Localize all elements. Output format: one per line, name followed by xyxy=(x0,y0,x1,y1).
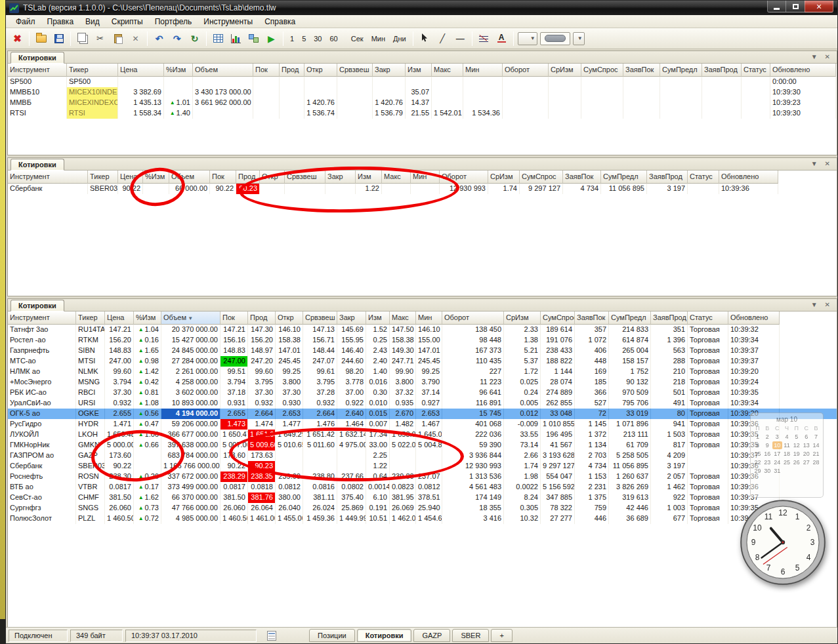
column-header-2[interactable]: Цена xyxy=(118,171,143,184)
calendar-day[interactable]: 3 xyxy=(772,433,782,441)
table-row[interactable]: ЛУКОЙЛLKOH1 650.48▲1.06366 677 000.001 6… xyxy=(8,430,837,440)
calendar-day[interactable]: 13 xyxy=(801,441,811,449)
calendar-day[interactable]: 21 xyxy=(811,450,821,458)
panel-menu-icon[interactable]: ▼ xyxy=(808,301,820,308)
column-header-9[interactable]: Закр xyxy=(337,312,366,325)
line-tool-button[interactable]: ╱ xyxy=(434,30,451,47)
panel-close-icon[interactable]: ✕ xyxy=(822,301,833,308)
interval-30-button[interactable]: 30 xyxy=(310,32,325,45)
column-header-3[interactable]: %Изм xyxy=(143,171,169,184)
column-header-1[interactable]: Тикер xyxy=(67,64,118,77)
menu-item-6[interactable]: Справка xyxy=(259,16,301,28)
column-header-13[interactable]: Оборот xyxy=(503,64,549,77)
calendar-day[interactable]: 18 xyxy=(782,450,792,458)
column-header-6[interactable]: Прод xyxy=(236,171,260,184)
panel-tab-kotirovki[interactable]: Котировки xyxy=(10,300,64,312)
column-header-2[interactable]: Цена xyxy=(105,312,134,325)
calendar-day[interactable]: 2 xyxy=(763,433,772,441)
column-header-2[interactable]: Цена xyxy=(118,64,164,77)
menu-item-4[interactable]: Портфель xyxy=(149,16,198,28)
column-header-20[interactable]: Обновлено xyxy=(719,171,778,184)
column-header-1[interactable]: Тикер xyxy=(76,312,105,325)
menu-item-5[interactable]: Инструменты xyxy=(198,16,259,28)
panel-close-icon[interactable]: ✕ xyxy=(822,160,833,167)
calendar-day[interactable]: 26 xyxy=(791,458,801,466)
column-header-12[interactable]: Мин xyxy=(411,171,440,184)
menu-item-3[interactable]: Скрипты xyxy=(106,16,149,28)
calendar-day[interactable]: 27 xyxy=(801,458,811,466)
calendar-day[interactable]: 31 xyxy=(772,467,782,475)
period-2-button[interactable]: Дни xyxy=(390,32,409,45)
calendar-day[interactable]: 6 xyxy=(801,433,811,441)
hline-tool-button[interactable]: — xyxy=(452,30,469,47)
calendar-day[interactable]: 8 xyxy=(753,441,763,449)
column-header-14[interactable]: СрИзм xyxy=(488,171,520,184)
panel-close-icon[interactable]: ✕ xyxy=(822,53,833,60)
column-header-16[interactable]: ЗаявПок xyxy=(623,64,660,77)
column-header-17[interactable]: СумПредл xyxy=(609,312,651,325)
calendar-day[interactable]: 23 xyxy=(763,458,772,466)
table-row[interactable]: ГАЗПРОМ аоGAZP173.60683 784 000.00173.60… xyxy=(8,451,837,461)
text-tool-button[interactable]: A xyxy=(493,30,510,47)
table-row[interactable]: RTSIRTSI1 558.34▲1.401 536.741 536.7921.… xyxy=(8,108,837,119)
column-header-11[interactable]: Макс xyxy=(432,64,463,77)
column-header-20[interactable]: Обновлено xyxy=(770,64,836,77)
column-header-7[interactable]: Откр xyxy=(276,312,303,325)
style-dropdown[interactable]: ▼ xyxy=(518,32,537,45)
calendar-day[interactable]: 10 xyxy=(772,441,782,449)
paste-button[interactable] xyxy=(110,30,126,47)
calendar-day[interactable] xyxy=(791,467,801,475)
clear-button[interactable]: ✕ xyxy=(127,30,144,47)
calendar-day[interactable]: 30 xyxy=(763,467,772,475)
table-row[interactable]: Ростел -аоRTKM156.20▲0.1615 427 000.0015… xyxy=(8,335,837,346)
calendar-day[interactable] xyxy=(782,467,792,475)
column-header-9[interactable]: Закр xyxy=(325,171,356,184)
table-row[interactable]: ВТБ аоVTBR0.0817▲0.17373 499 000.000.081… xyxy=(8,482,837,493)
menu-item-1[interactable]: Правка xyxy=(41,16,80,28)
column-header-14[interactable]: СрИзм xyxy=(504,312,541,325)
table-row[interactable]: СбербанкSBER0390.2266 000.0090.2290.231.… xyxy=(8,184,837,194)
column-header-12[interactable]: Мин xyxy=(463,64,503,77)
calendar-day[interactable] xyxy=(811,467,821,475)
levels-tool-button[interactable] xyxy=(476,30,492,47)
column-header-18[interactable]: ЗаявПрод xyxy=(702,64,742,77)
calendar-day[interactable]: 22 xyxy=(753,458,763,466)
column-header-6[interactable]: Прод xyxy=(280,64,304,77)
table-row[interactable]: ММВБMICEXINDEXCF1 435.13▲1.013 661 962 0… xyxy=(8,98,837,108)
column-header-19[interactable]: Статус xyxy=(688,171,719,184)
calendar-day[interactable]: 11 xyxy=(782,441,792,449)
bottom-tab-4[interactable]: + xyxy=(491,629,512,642)
run-button[interactable]: ▶ xyxy=(263,30,280,47)
redo-button[interactable]: ↷ xyxy=(169,30,185,47)
calendar-day[interactable]: 16 xyxy=(763,450,772,458)
column-header-8[interactable]: Срвзвеш xyxy=(303,312,337,325)
column-header-12[interactable]: Мин xyxy=(416,312,442,325)
column-header-15[interactable]: СумСпрос xyxy=(541,312,575,325)
column-header-1[interactable]: Тикер xyxy=(88,171,118,184)
calendar-day[interactable]: 1 xyxy=(753,433,763,441)
table-row[interactable]: SP500SP5000:00:00 xyxy=(8,77,837,87)
cursor-tool-button[interactable] xyxy=(417,30,433,47)
calendar-day[interactable]: 19 xyxy=(791,450,801,458)
panel-menu-icon[interactable]: ▼ xyxy=(808,160,820,167)
table-row[interactable]: ММВБ10MICEX10INDEX3 382.693 430 173 000.… xyxy=(8,87,837,98)
column-header-10[interactable]: Изм xyxy=(406,64,432,77)
calendar-day[interactable]: 9 xyxy=(763,441,772,449)
bottom-tab-1[interactable]: Котировки xyxy=(357,629,412,642)
column-header-17[interactable]: СумПредл xyxy=(601,171,647,184)
interval-1-button[interactable]: 1 xyxy=(287,32,297,45)
table-row[interactable]: РоснефтьROSN238.30▲0.26337 672 000.00238… xyxy=(8,472,837,482)
panel-list-icon[interactable] xyxy=(267,631,276,641)
column-header-5[interactable]: Пок xyxy=(253,64,280,77)
column-header-8[interactable]: Срвзвеш xyxy=(285,171,325,184)
save-button[interactable] xyxy=(51,30,67,47)
column-header-6[interactable]: Прод xyxy=(248,312,276,325)
column-header-0[interactable]: Инструмент xyxy=(8,64,67,77)
clock-gadget[interactable]: 12 1 2 3 4 5 6 7 8 9 10 11 xyxy=(740,499,826,586)
column-header-15[interactable]: СумСпрос xyxy=(520,171,563,184)
column-header-4[interactable]: Объем ▼ xyxy=(161,312,220,325)
table-row[interactable]: МТС-аоMTSI247.00▲0.9827 284 000.00247.00… xyxy=(8,356,837,367)
column-header-18[interactable]: ЗаявПрод xyxy=(647,171,688,184)
column-header-13[interactable]: Оборот xyxy=(442,312,504,325)
table-row[interactable]: НЛМК аоNLMK99.60▲1.422 261 000.0099.5199… xyxy=(8,367,837,377)
